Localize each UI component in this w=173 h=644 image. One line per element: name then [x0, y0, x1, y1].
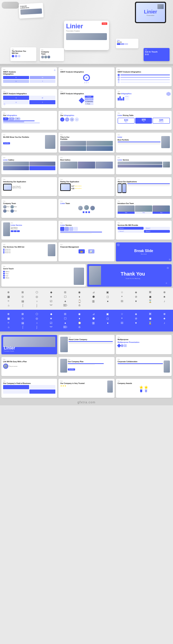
slide-swot-1: Slide SWOT AnalysisInfographics S W O T …: [1, 67, 57, 86]
contact-thankyou-row: Slide Get In Touch Address Phone: [0, 263, 173, 288]
slide-gallery-2: Slide Best Gallery: [58, 155, 114, 174]
thankyou-title: Thank You: [121, 271, 145, 277]
bottom-linier-title: Linier: [4, 346, 55, 350]
price-card-2: $55 Pro: [135, 118, 152, 124]
slide-swot-4: Slide SWOT Analysis Infographics S W O T…: [1, 89, 57, 108]
page-wrapper: Corporate Collaboration Linier Presentat…: [0, 0, 173, 405]
app-row: Slide Introducing Our Application Smart …: [0, 176, 173, 198]
slide-infographic-1: Slide Our Infographics ★ Item 1 ★ Item 2…: [116, 89, 172, 108]
slide-portfolio-1: Slide We Will Show You Our Portfolio Vie…: [1, 133, 57, 153]
slide-team-1: Slide Company Team Name Name N: [1, 199, 57, 218]
service-card-hero: Slide The Services You Will Get: [10, 47, 36, 61]
hero-section: Corporate Collaboration Linier Presentat…: [0, 0, 173, 64]
slide-pricing: Slide Linier Pricing Table $30 Basic $55…: [116, 111, 172, 130]
slide-financial: Slide Financial Management 💳 → 📊: [58, 242, 114, 261]
slide-bottom-plan: Slide Our Company Plan Read More: [58, 357, 114, 376]
price-card-3: $95 Enterprise: [153, 118, 170, 124]
tablet-title: Linier: [144, 9, 157, 15]
thankyou-sub: Thank You for Watching: [121, 278, 145, 279]
slide-bottom-multipurpose: Slide Multipurpose Multipurpose Presenta…: [116, 335, 172, 354]
bottom-row-3: Slide Our Company's Field of Business Sl…: [0, 377, 173, 399]
watermark-section: gfxtra.com: [0, 399, 173, 405]
price-card-1: $30 Basic: [118, 118, 135, 124]
slide-thankyou: Thank You Thank You for Watching: [87, 264, 172, 287]
bottom-row-2: Slide Life Will Be Easy With a Plan ✓ Pl…: [0, 356, 173, 377]
bottom-linier-sub: Presentation Template: [4, 350, 55, 352]
slide-service-gallery: Slide Linier Service: [116, 155, 172, 174]
tablet-mockup: Linier Presentation: [135, 2, 166, 23]
gallery-row: Slide Linier Gallery Slide Best Gallery …: [0, 154, 173, 176]
glasses-decoration: [2, 2, 19, 9]
slide-app-2: Slide Rating Our Application 4.7 ★★★★★ 4…: [58, 177, 114, 196]
slide-infographic-3: Slide Our Infographics 1 2 3 4: [58, 111, 114, 130]
portfolio-row: Slide We Will Show You Our Portfolio Vie…: [0, 131, 173, 154]
slide-portfolio-3: Slide Linier Best Portfolio: [116, 133, 172, 153]
slide-swot-5: Slide SWOT Analysis Infographics S - Str…: [58, 89, 114, 108]
small-slide-1: Corporate Collaboration: [19, 3, 43, 18]
slide-service-3: Slide Services We Will Provide ✓ Service…: [116, 221, 172, 240]
team-card-hero: Slide Company Team: [40, 48, 64, 61]
slide-bottom-field: Slide Our Company's Field of Business: [1, 379, 57, 398]
slide-bottom-trusted: Slide Our Company is Very Trusted: [58, 379, 114, 398]
linier-brand: Linier: [66, 23, 107, 30]
touch-card-hero: Slide Get In Touch: [144, 48, 170, 61]
slide-bottom-life: Slide Life Will Be Easy With a Plan ✓ Pl…: [1, 357, 57, 376]
slide-contact: Slide Get In Touch Address Phone: [1, 264, 86, 287]
bottom-row-1: Linier Presentation Template Slide About…: [0, 334, 173, 356]
slide-swot-2: Slide SWOT Analysis Infographics W S O T: [58, 67, 114, 86]
slide-break: Break Slide Take a break: [116, 242, 172, 261]
icon-grid-light: ⊕ ⊞ ⬡ ◆ ⊟ ◉ ⊿ ▣ ☆ ◈ ⌘ ⊗ ▦ ⊙ ◎ ★ ☐ ♦ ⬢ ◻ …: [0, 288, 173, 310]
slide-service-1: Slide Linier Service Yeolie AndreanWilli…: [1, 221, 57, 240]
slide-app-3: Slide About Our Applications: [116, 177, 172, 196]
slide-infographic-2: Slide Our Infographics 01 02 03: [1, 111, 57, 130]
slide-bottom-linier: Linier Presentation Template: [1, 335, 57, 354]
slide-bottom-awards: Slide Company Awards: [116, 379, 172, 398]
service-row: Slide Linier Service Yeolie AndreanWilli…: [0, 219, 173, 241]
swot-row-2: Slide SWOT Analysis Infographics S W O T…: [0, 88, 173, 109]
main-hero-card: S.Hot Linier Presentation Template: [64, 21, 109, 50]
gfxtra-watermark: gfxtra.com: [1, 401, 172, 404]
slide-bottom-corporate: Slide Corporate Collaboration: [116, 357, 172, 376]
hot-tag: S.Hot: [102, 22, 107, 25]
slide-swot-3: Slide SWOT Analysis Infographics S W O T: [116, 67, 172, 86]
slide-service-2: Slide Linier Service: [58, 221, 114, 240]
service-badge-hero: Linier Service: [116, 39, 138, 48]
misc-row: Slide The Services You Will Get Service …: [0, 241, 173, 263]
team-row: Slide Company Team Name Name N: [0, 198, 173, 219]
slide-bottom-about: Slide About Linier Company: [58, 335, 114, 354]
icon-grid-blue: ⊕ ⊞ ⬡ ◆ ⊟ ◉ ⊿ ▣ ☆ ◈ ⌘ ⊗ ▦ ⊙ ◎ ★ ☐ ♦ ⬢ ◻ …: [0, 310, 173, 331]
slide-app-1: Slide Introducing Our Application Smart …: [1, 177, 57, 196]
slide-gallery-1: Slide Linier Gallery: [1, 155, 57, 174]
slide-team-2: Slide Linier Team: [58, 199, 114, 218]
slide-team-3: Slide Introduce Our Team View View View: [116, 199, 172, 218]
slide-services-get: Slide The Services You Will Get Service …: [1, 242, 57, 261]
infographic-pricing-row: Slide Our Infographics 01 02 03 Slide Ou…: [0, 109, 173, 131]
swot-row-1: Slide SWOT AnalysisInfographics S W O T …: [0, 66, 173, 88]
slide-portfolio-2: Slide This Is OurPortfolio: [58, 133, 114, 153]
